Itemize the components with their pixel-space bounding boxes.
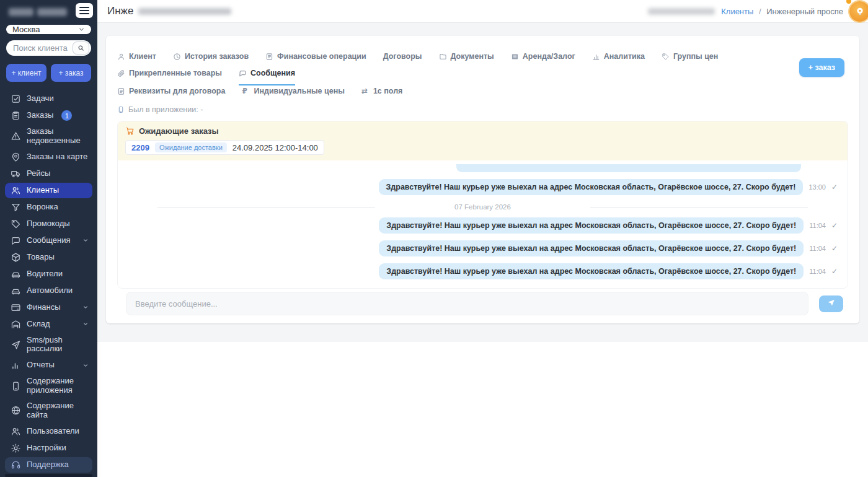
message-sent-check-icon: ✓ xyxy=(831,267,838,276)
sidebar-actions: + клиент + заказ xyxy=(6,64,91,82)
region-select-value: Москва xyxy=(12,25,40,34)
sidebar-item-orders-undelivered[interactable]: Заказы недовезенные xyxy=(5,125,92,148)
sidebar-item-funnel[interactable]: Воронка xyxy=(5,199,92,215)
users-icon xyxy=(11,426,21,437)
client-search-input[interactable] xyxy=(7,43,73,53)
sidebar-item-clients[interactable]: Клиенты xyxy=(5,183,92,198)
last-seen-in-app: Был в приложении: - xyxy=(117,105,848,114)
topbar: Инже Клиенты / Инженерный проспе xyxy=(97,0,868,23)
tab-rent-deposit[interactable]: Аренда/Залог xyxy=(511,52,575,69)
chat-message-partial xyxy=(128,164,838,172)
sidebar-item-messages[interactable]: Сообщения xyxy=(5,233,92,248)
sidebar-item-finances[interactable]: Финансы xyxy=(5,300,92,315)
chart-icon xyxy=(11,360,21,370)
tab-individual-prices[interactable]: ₽Индивидуальные цены xyxy=(242,87,344,95)
sidebar-item-products[interactable]: Товары xyxy=(5,250,92,265)
message-bubble: Здравствуйте! Наш курьер уже выехал на а… xyxy=(379,217,804,234)
tab-label: Сообщения xyxy=(250,69,295,77)
sidebar-item-drivers[interactable]: Водители xyxy=(5,266,92,282)
tab-documents[interactable]: Документы xyxy=(439,52,494,69)
sidebar-item-support[interactable]: Поддержка xyxy=(5,457,92,473)
message-input[interactable] xyxy=(126,292,808,315)
search-button[interactable] xyxy=(73,42,89,55)
sidebar-item-label: Поддержка xyxy=(27,460,69,470)
tag-icon xyxy=(11,219,21,229)
breadcrumb-link-clients[interactable]: Клиенты xyxy=(721,7,753,16)
clock-icon xyxy=(173,53,181,61)
send-icon xyxy=(826,298,836,309)
tab-messages[interactable]: Сообщения xyxy=(239,69,295,85)
sidebar-item-app-content[interactable]: Содержание приложения xyxy=(5,374,92,398)
tab-label: Группы цен xyxy=(673,52,718,61)
chat-message: Здравствуйте! Наш курьер уже выехал на а… xyxy=(128,217,838,234)
tab-attached-products[interactable]: Прикрепленные товары xyxy=(117,69,222,85)
date-divider: 07 February 2026 xyxy=(128,203,838,211)
order-number-link[interactable]: 2209 xyxy=(131,143,149,152)
sidebar-item-orders[interactable]: Заказы1 xyxy=(5,108,92,123)
app-root: Москва + клиент + заказ ЗадачиЗаказы1Зак… xyxy=(0,0,868,477)
sidebar-item-trips[interactable]: Рейсы xyxy=(5,166,92,182)
sidebar-item-label: Заказы недовезенные xyxy=(27,127,89,146)
sidebar-item-label: Товары xyxy=(27,253,55,262)
date-divider-label: 07 February 2026 xyxy=(454,203,511,211)
sidebar-item-label: Заказы на карте xyxy=(27,152,87,162)
sidebar-item-label: Задачи xyxy=(27,94,54,103)
sidebar-item-label: Отчеты xyxy=(27,361,55,370)
sidebar-item-users[interactable]: Пользователи xyxy=(5,424,92,439)
sidebar: Москва + клиент + заказ ЗадачиЗаказы1Зак… xyxy=(0,0,97,477)
orders-count-badge: 1 xyxy=(61,110,72,121)
last-seen-text: Был в приложении: - xyxy=(128,105,203,114)
tab-finance-operations[interactable]: Финансовые операции xyxy=(265,52,366,69)
message-time: 13:00 xyxy=(808,183,826,191)
tab-contract-details[interactable]: Реквизиты для договора xyxy=(117,87,225,95)
tab-label: История заказов xyxy=(185,52,249,61)
sidebar-item-cars[interactable]: Автомобили xyxy=(5,283,92,299)
message-bubble: Здравствуйте! Наш курьер уже выехал на а… xyxy=(379,263,804,279)
warehouse-icon xyxy=(11,319,21,330)
avatar[interactable] xyxy=(849,1,868,22)
order-datetime: 24.09.2025 12:00-14:00 xyxy=(232,143,318,152)
order-chip[interactable]: 2209 Ожидание доставки 24.09.2025 12:00-… xyxy=(125,140,324,155)
sidebar-item-site-content[interactable]: Содержание сайта xyxy=(5,399,92,422)
sidebar-item-partial[interactable] xyxy=(5,474,92,477)
sidebar-item-sms-push[interactable]: Sms/push рассылки xyxy=(5,333,92,357)
phone-icon xyxy=(117,106,125,113)
tab-price-groups[interactable]: Группы цен xyxy=(662,52,718,69)
add-order-button[interactable]: + заказ xyxy=(51,64,91,82)
search-icon xyxy=(78,45,84,51)
chat-message: Здравствуйте! Наш курьер уже выехал на а… xyxy=(128,240,838,256)
sidebar-item-promocodes[interactable]: Промокоды xyxy=(5,216,92,232)
paperclip-icon xyxy=(117,69,125,77)
sidebar-item-orders-map[interactable]: Заказы на карте xyxy=(5,149,92,165)
sidebar-item-label: Автомобили xyxy=(27,286,73,295)
car-icon xyxy=(11,269,21,279)
sidebar-item-settings[interactable]: Настройки xyxy=(5,440,92,456)
send-icon xyxy=(11,339,21,350)
tab-label: Финансовые операции xyxy=(277,52,366,61)
chevron-down-icon xyxy=(82,321,89,327)
car-icon xyxy=(11,286,21,296)
tab-order-history[interactable]: История заказов xyxy=(173,52,249,69)
sidebar-item-label: Водители xyxy=(27,269,63,279)
main-area: Инже Клиенты / Инженерный проспе КлиентИ… xyxy=(97,0,868,477)
tab-1c-fields[interactable]: ⇄1с поля xyxy=(361,87,403,95)
region-select[interactable]: Москва xyxy=(6,25,91,34)
tab-contracts[interactable]: Договоры xyxy=(383,52,422,69)
tab-label: Прикрепленные товары xyxy=(129,69,222,77)
tab-label: Клиент xyxy=(129,52,156,61)
tab-client[interactable]: Клиент xyxy=(117,52,156,69)
tab-analytics[interactable]: Аналитика xyxy=(592,52,645,69)
message-bubble xyxy=(456,164,801,172)
chat-messages[interactable]: Здравствуйте! Наш курьер уже выехал на а… xyxy=(118,160,848,288)
add-order-button-card[interactable]: + заказ xyxy=(799,58,844,77)
order-status-badge: Ожидание доставки xyxy=(155,142,227,152)
send-button[interactable] xyxy=(819,295,843,312)
tab-label: Индивидуальные цены xyxy=(254,87,344,95)
ruble-icon: ₽ xyxy=(242,87,250,95)
sidebar-item-reports[interactable]: Отчеты xyxy=(5,357,92,373)
sidebar-item-warehouse[interactable]: Склад xyxy=(5,317,92,332)
add-client-button[interactable]: + клиент xyxy=(6,64,46,82)
menu-toggle-button[interactable] xyxy=(76,3,93,18)
sidebar-item-tasks[interactable]: Задачи xyxy=(5,91,92,107)
message-sent-check-icon: ✓ xyxy=(831,244,838,253)
